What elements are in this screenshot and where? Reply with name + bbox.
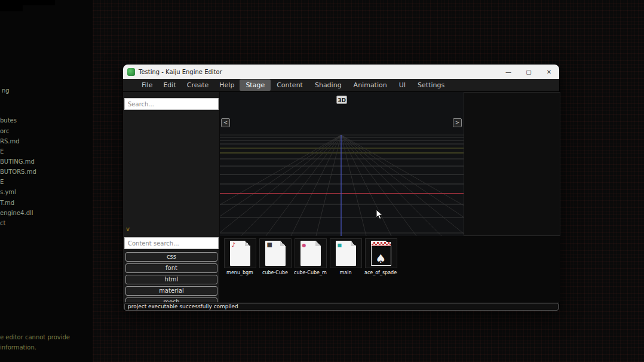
right-empty-panel [464, 92, 560, 236]
filter-button-html[interactable]: html [125, 275, 217, 284]
background-left-strip: ng butes orc RS.md E BUTING.md BUTORS.md… [0, 0, 93, 362]
cube-icon: ■ [267, 241, 272, 249]
window-title: Testing - Kaiju Engine Editor [139, 69, 222, 75]
asset-icon: ♪ [224, 238, 256, 268]
minimize-button[interactable]: — [498, 65, 519, 79]
asset-icon: ● [295, 238, 327, 268]
close-button[interactable]: ✕ [539, 65, 559, 79]
menu-item-file[interactable]: File [136, 79, 158, 91]
file-fragment: RS.md [0, 138, 20, 145]
asset-icon: ■ [259, 238, 292, 268]
page-fold [245, 241, 250, 246]
asset-icon: ■ [330, 238, 362, 268]
asset-label: menu_bgm [223, 270, 256, 275]
page-fold [351, 241, 356, 246]
tab-stage[interactable]: Stage [240, 79, 271, 91]
tab-ui[interactable]: UI [393, 79, 412, 91]
file-fragment: BUTING.md [0, 158, 35, 165]
tab-shading[interactable]: Shading [309, 79, 348, 91]
editor-window: Testing - Kaiju Engine Editor — ▢ ✕ File… [122, 64, 560, 311]
code-file-icon: ■ [338, 242, 342, 249]
file-fragment: s.yml [0, 189, 16, 195]
collapse-indicator[interactable]: v [126, 226, 130, 232]
asset-tile-ace-of-spades[interactable]: ♠ ace_of_spades [364, 238, 397, 275]
file-fragment: BUTORS.md [0, 168, 36, 175]
background-note-line: e editor cannot provide [0, 334, 70, 340]
asset-icon: ♠ [365, 238, 397, 268]
tab-content[interactable]: Content [271, 79, 309, 91]
material-ball-icon: ● [302, 242, 306, 249]
file-page-icon: ♪ [230, 241, 250, 266]
asset-label: cube-Cube_mat [294, 270, 327, 275]
viewport-grid [220, 92, 464, 236]
file-fragment: ng [2, 87, 10, 94]
status-bar: project executable successfully compiled [124, 303, 559, 311]
filter-button-font[interactable]: font [125, 263, 217, 273]
filter-button-material[interactable]: material [125, 286, 217, 296]
file-page-icon: ■ [336, 241, 356, 266]
filter-button-css[interactable]: css [125, 252, 217, 262]
card-checker-pattern [372, 242, 391, 246]
page-fold [315, 241, 321, 246]
menu-bar: File Edit Create Help Stage Content Shad… [123, 79, 559, 92]
hierarchy-search-input[interactable] [124, 98, 219, 110]
viewport-prev-button[interactable]: < [221, 118, 230, 127]
asset-label: main [329, 270, 362, 275]
file-fragment: E [0, 179, 4, 185]
spade-icon: ♠ [376, 252, 387, 265]
file-fragment: orc [0, 128, 10, 134]
file-fragment: E [0, 148, 4, 155]
title-bar: Testing - Kaiju Engine Editor — ▢ ✕ [123, 65, 559, 79]
status-message: project executable successfully compiled [128, 303, 238, 309]
file-page-icon: ■ [265, 241, 286, 266]
content-browser: ♪ menu_bgm ■ cube-Cube ● cube-Cube_mat [220, 236, 560, 302]
background-note-line: information. [0, 344, 36, 351]
menu-item-help[interactable]: Help [214, 79, 240, 91]
mouse-cursor [376, 209, 383, 220]
file-page-icon: ♠ [371, 241, 391, 266]
tab-settings[interactable]: Settings [412, 79, 450, 91]
app-icon [127, 68, 135, 76]
asset-label: ace_of_spades [364, 270, 397, 275]
viewport-3d[interactable]: 3D < > [220, 92, 464, 236]
music-note-icon: ♪ [232, 241, 235, 249]
viewport-next-button[interactable]: > [453, 118, 462, 127]
content-search-input[interactable] [124, 237, 219, 249]
asset-label: cube-Cube [259, 270, 292, 275]
tab-animation[interactable]: Animation [348, 79, 393, 91]
file-fragment: butes [0, 117, 17, 124]
file-fragment: T.md [0, 200, 14, 206]
desktop: { "window": { "title": "Testing - Kaiju … [0, 0, 644, 362]
background-block [0, 0, 55, 5]
hierarchy-panel: v css font html material mesh [123, 92, 220, 302]
menu-item-create[interactable]: Create [182, 79, 214, 91]
asset-tile-cube-material[interactable]: ● cube-Cube_mat [294, 238, 327, 275]
filter-button-mesh[interactable]: mesh [125, 297, 217, 302]
view-mode-3d-button[interactable]: 3D [336, 96, 347, 104]
maximize-button[interactable]: ▢ [519, 65, 539, 79]
file-page-icon: ● [300, 241, 321, 266]
menu-item-edit[interactable]: Edit [158, 79, 181, 91]
background-block [0, 5, 23, 11]
asset-tile-menu-bgm[interactable]: ♪ menu_bgm [223, 238, 256, 275]
file-fragment: ct [0, 220, 5, 226]
page-fold [280, 241, 286, 246]
file-fragment: engine4.dll [0, 210, 33, 216]
card-art: ♠ [372, 242, 391, 265]
asset-tile-main[interactable]: ■ main [329, 238, 362, 275]
asset-tile-cube-mesh[interactable]: ■ cube-Cube [259, 238, 292, 275]
